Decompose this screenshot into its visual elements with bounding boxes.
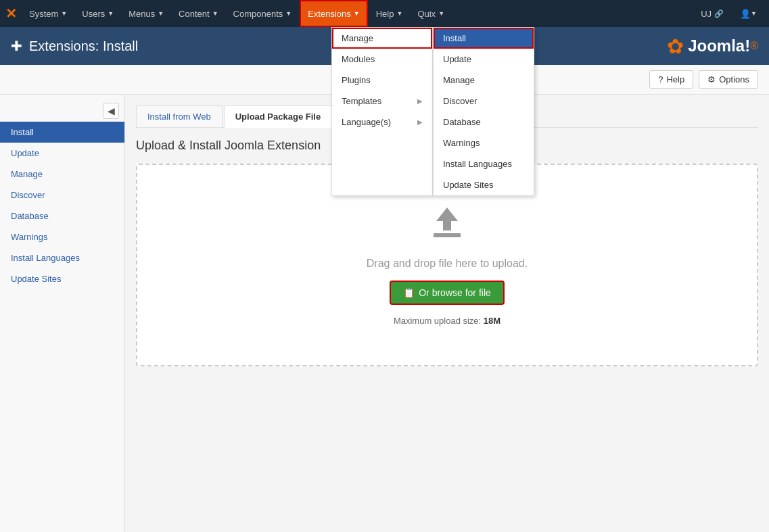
nav-system-label: System <box>29 9 58 19</box>
help-label: Help <box>666 74 684 84</box>
sidebar-install-label: Install <box>11 127 34 137</box>
nav-quix-label: Quix <box>417 9 436 19</box>
sidebar-item-install-languages[interactable]: Install Languages <box>0 247 124 268</box>
sidebar-database-label: Database <box>11 211 49 221</box>
main-layout: ◀ Install Update Manage Discover Databas… <box>0 95 769 532</box>
toolbar: ? Help ⚙ Options <box>0 65 769 95</box>
options-label: Options <box>719 74 749 84</box>
upload-limit-text: Maximum upload size: <box>394 316 481 326</box>
upload-limit: Maximum upload size: 18M <box>394 316 500 326</box>
nav-profile-arrow: ▼ <box>751 10 757 17</box>
extensions-install-icon: ✚ <box>11 38 22 54</box>
svg-rect-1 <box>434 233 461 237</box>
sidebar-item-warnings[interactable]: Warnings <box>0 226 124 247</box>
sidebar-item-update[interactable]: Update <box>0 143 124 164</box>
nav-menus[interactable]: Menus ▼ <box>122 0 170 27</box>
tab-install-from-url-label: Install from URL <box>440 112 503 122</box>
nav-extensions[interactable]: Extensions ▼ <box>300 0 368 27</box>
top-navbar: ✕ System ▼ Users ▼ Menus ▼ Content ▼ Com… <box>0 0 769 27</box>
nav-profile[interactable]: 👤 ▼ <box>733 0 764 27</box>
browse-button-label: Or browse for file <box>419 287 491 298</box>
nav-profile-icon: 👤 <box>740 9 751 19</box>
browse-button[interactable]: 📋 Or browse for file <box>390 281 505 305</box>
nav-menus-label: Menus <box>129 9 155 19</box>
sidebar-toggle-button[interactable]: ◀ <box>103 103 119 119</box>
sidebar-update-label: Update <box>11 148 39 158</box>
nav-users-arrow: ▼ <box>108 10 114 17</box>
sidebar-toggle-container: ◀ <box>0 100 124 122</box>
nav-right: UJ 🔗 👤 ▼ <box>694 0 764 27</box>
joomla-brand: ✿ Joomla! ® <box>667 34 758 58</box>
tab-install-from-folder-label: Install from Folder <box>345 112 415 122</box>
sidebar-item-database[interactable]: Database <box>0 205 124 226</box>
sidebar-install-languages-label: Install Languages <box>11 253 80 263</box>
tab-install-from-web[interactable]: Install from Web <box>136 105 223 127</box>
page-header: ✚ Extensions: Install ✿ Joomla! ® <box>0 27 769 65</box>
options-button[interactable]: ⚙ Options <box>699 70 758 89</box>
tab-install-from-folder[interactable]: Install from Folder <box>333 105 427 127</box>
sidebar: ◀ Install Update Manage Discover Databas… <box>0 95 125 532</box>
nav-help[interactable]: Help ▼ <box>369 0 410 27</box>
sidebar-item-manage[interactable]: Manage <box>0 164 124 185</box>
sidebar-warnings-label: Warnings <box>11 232 47 242</box>
drop-zone[interactable]: Drag and drop file here to upload. 📋 Or … <box>136 164 758 366</box>
sidebar-item-update-sites[interactable]: Update Sites <box>0 268 124 289</box>
joomla-logo-text: Joomla! <box>688 37 750 55</box>
nav-content-arrow: ▼ <box>212 10 218 17</box>
tab-upload-package-file-label: Upload Package File <box>235 112 321 122</box>
nav-system-arrow: ▼ <box>61 10 67 17</box>
joomla-flower-icon: ✿ <box>667 34 684 58</box>
upload-icon <box>427 205 467 247</box>
tab-install-from-url[interactable]: Install from URL <box>428 105 514 127</box>
nav-system[interactable]: System ▼ <box>22 0 74 27</box>
nav-content[interactable]: Content ▼ <box>172 0 225 27</box>
nav-user-icon: 🔗 <box>714 9 724 18</box>
tab-install-from-web-label: Install from Web <box>147 112 211 122</box>
help-icon: ? <box>658 74 663 84</box>
content-area: Install from Web Upload Package File Ins… <box>125 95 769 532</box>
nav-help-arrow: ▼ <box>396 10 402 17</box>
drop-zone-text: Drag and drop file here to upload. <box>367 258 528 270</box>
nav-menus-arrow: ▼ <box>158 10 164 17</box>
nav-extensions-arrow: ▼ <box>354 10 360 17</box>
nav-extensions-label: Extensions <box>308 9 351 19</box>
joomla-registered-icon: ® <box>750 40 758 52</box>
upload-limit-value: 18M <box>484 316 500 326</box>
nav-user[interactable]: UJ 🔗 <box>694 0 730 27</box>
nav-quix[interactable]: Quix ▼ <box>411 0 451 27</box>
sidebar-item-discover[interactable]: Discover <box>0 185 124 205</box>
svg-marker-0 <box>436 208 458 231</box>
help-button[interactable]: ? Help <box>649 70 693 89</box>
tab-upload-package-file[interactable]: Upload Package File <box>224 105 332 128</box>
sidebar-manage-label: Manage <box>11 169 43 179</box>
nav-help-label: Help <box>376 9 394 19</box>
nav-users[interactable]: Users ▼ <box>75 0 120 27</box>
nav-user-label: UJ <box>701 9 712 19</box>
page-title: Extensions: Install <box>29 39 138 54</box>
sidebar-discover-label: Discover <box>11 190 45 200</box>
joomla-logo-icon: ✕ <box>5 5 17 22</box>
sidebar-update-sites-label: Update Sites <box>11 274 61 284</box>
tabs: Install from Web Upload Package File Ins… <box>136 105 758 128</box>
browse-file-icon: 📋 <box>403 287 415 298</box>
nav-components-arrow: ▼ <box>285 10 292 17</box>
sidebar-item-install[interactable]: Install <box>0 122 124 143</box>
nav-components[interactable]: Components ▼ <box>227 0 299 27</box>
nav-users-label: Users <box>82 9 105 19</box>
nav-content-label: Content <box>179 9 210 19</box>
gear-icon: ⚙ <box>707 74 716 84</box>
nav-components-label: Components <box>233 9 283 19</box>
nav-quix-arrow: ▼ <box>438 10 444 17</box>
page-content-title: Upload & Install Joomla Extension <box>136 139 758 153</box>
